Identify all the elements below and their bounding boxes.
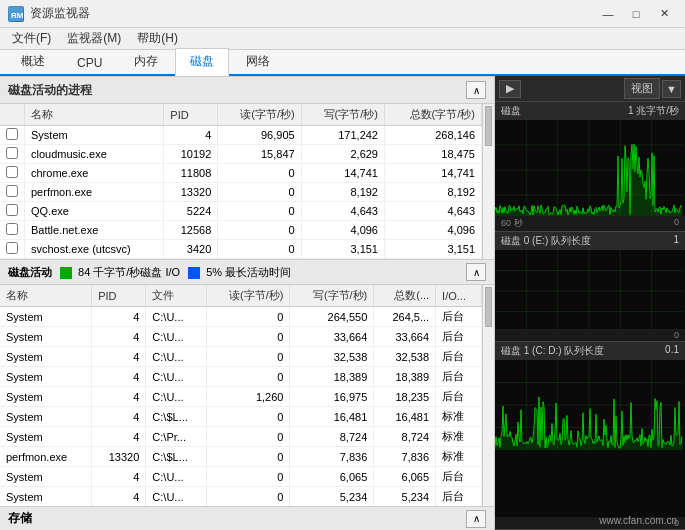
menu-monitor[interactable]: 监视器(M) [59, 28, 129, 49]
row-write: 4,643 [301, 202, 384, 221]
lower-scroll-thumb[interactable] [485, 287, 492, 327]
right-top-bar: ▶ 视图 ▼ [495, 76, 685, 102]
window-title: 资源监视器 [30, 5, 595, 22]
list-item[interactable]: System 4 C:\U... 0 5,234 5,234 后台 [0, 487, 482, 507]
col-write[interactable]: 写(字节/秒) [301, 104, 384, 126]
right-nav-btn[interactable]: ▶ [499, 80, 521, 98]
row-read: 0 [218, 183, 301, 202]
list-item[interactable]: System 4 C:\U... 0 6,065 6,065 后台 [0, 467, 482, 487]
svg-text:RM: RM [11, 11, 23, 20]
table-row[interactable]: cloudmusic.exe 10192 15,847 2,629 18,475 [0, 145, 482, 164]
col-read[interactable]: 读(字节/秒) [218, 104, 301, 126]
row-check[interactable] [0, 126, 25, 145]
row-dname: System [0, 387, 92, 407]
menu-file[interactable]: 文件(F) [4, 28, 59, 49]
table-row[interactable]: perfmon.exe 13320 0 8,192 8,192 [0, 183, 482, 202]
list-item[interactable]: System 4 C:\U... 0 264,550 264,5... 后台 [0, 307, 482, 327]
row-dname: perfmon.exe [0, 447, 92, 467]
disk1-chart-title: 磁盘 1 (C: D:) 队列长度 0.1 [495, 342, 685, 360]
col-dfile[interactable]: 文件 [146, 285, 206, 307]
upper-scroll-thumb[interactable] [485, 106, 492, 146]
upper-collapse-btn[interactable]: ∧ [466, 81, 486, 99]
table-row[interactable]: Battle.net.exe 12568 0 4,096 4,096 [0, 221, 482, 240]
disk-activity-bar: 磁盘活动 84 千字节/秒磁盘 I/O 5% 最长活动时间 ∧ [0, 259, 494, 285]
row-dpid: 4 [92, 367, 146, 387]
menu-help[interactable]: 帮助(H) [129, 28, 186, 49]
disk0-chart-canvas [495, 250, 683, 329]
tab-network[interactable]: 网络 [231, 48, 285, 74]
row-dtotal: 7,836 [374, 447, 436, 467]
row-dpid: 13320 [92, 447, 146, 467]
list-item[interactable]: System 4 C:\U... 0 33,664 33,664 后台 [0, 327, 482, 347]
active-indicator-box [188, 267, 200, 279]
view-dropdown-arrow[interactable]: ▼ [662, 80, 681, 98]
row-dname: System [0, 427, 92, 447]
list-item[interactable]: System 4 C:\Pr... 0 8,724 8,724 标准 [0, 427, 482, 447]
row-dio: 后台 [436, 487, 482, 507]
upper-scrollbar[interactable] [482, 104, 494, 259]
row-total: 14,741 [384, 164, 481, 183]
col-name[interactable]: 名称 [25, 104, 164, 126]
row-dpid: 4 [92, 327, 146, 347]
col-dwrite[interactable]: 写(字节/秒) [290, 285, 374, 307]
row-dpid: 4 [92, 487, 146, 507]
col-dtotal[interactable]: 总数(... [374, 285, 436, 307]
upper-table-wrap: 名称 PID 读(字节/秒) 写(字节/秒) 总数(字节/秒) System 4… [0, 104, 494, 259]
row-check[interactable] [0, 183, 25, 202]
row-check[interactable] [0, 221, 25, 240]
list-item[interactable]: System 4 C:\$L... 0 16,481 16,481 标准 [0, 407, 482, 427]
storage-collapse-btn[interactable]: ∧ [466, 510, 486, 528]
row-write: 8,192 [301, 183, 384, 202]
list-item[interactable]: System 4 C:\U... 1,260 16,975 18,235 后台 [0, 387, 482, 407]
disk-chart-title: 磁盘 1 兆字节/秒 [495, 102, 685, 120]
row-dpid: 4 [92, 307, 146, 327]
row-dread: 0 [206, 487, 290, 507]
maximize-button[interactable]: □ [623, 4, 649, 24]
lower-scrollbar[interactable] [482, 285, 494, 506]
lower-collapse-btn[interactable]: ∧ [466, 263, 486, 281]
row-dname: System [0, 487, 92, 507]
row-check[interactable] [0, 202, 25, 221]
minimize-button[interactable]: — [595, 4, 621, 24]
col-pid[interactable]: PID [164, 104, 218, 126]
row-write: 171,242 [301, 126, 384, 145]
row-check[interactable] [0, 240, 25, 259]
row-check[interactable] [0, 164, 25, 183]
row-dio: 标准 [436, 407, 482, 427]
tab-memory[interactable]: 内存 [119, 48, 173, 74]
row-dtotal: 16,481 [374, 407, 436, 427]
table-row[interactable]: System 4 96,905 171,242 268,146 [0, 126, 482, 145]
col-check[interactable] [0, 104, 25, 126]
row-check[interactable] [0, 145, 25, 164]
disk0-chart-title: 磁盘 0 (E:) 队列长度 1 [495, 232, 685, 250]
table-row[interactable]: chrome.exe 11808 0 14,741 14,741 [0, 164, 482, 183]
lower-table-wrap: 名称 PID 文件 读(字节/秒) 写(字节/秒) 总数(... I/O... … [0, 285, 494, 506]
col-dname[interactable]: 名称 [0, 285, 92, 307]
row-dwrite: 16,481 [290, 407, 374, 427]
list-item[interactable]: perfmon.exe 13320 C:\$L... 0 7,836 7,836… [0, 447, 482, 467]
row-total: 3,151 [384, 240, 481, 259]
col-dread[interactable]: 读(字节/秒) [206, 285, 290, 307]
tab-overview[interactable]: 概述 [6, 48, 60, 74]
disk0-zero-label: 0 [674, 330, 679, 340]
list-item[interactable]: System 4 C:\U... 0 32,538 32,538 后台 [0, 347, 482, 367]
close-button[interactable]: ✕ [651, 4, 677, 24]
view-label[interactable]: 视图 [624, 78, 660, 99]
col-total[interactable]: 总数(字节/秒) [384, 104, 481, 126]
bottom-bar: 存储 ∧ [0, 506, 494, 530]
col-dio[interactable]: I/O... [436, 285, 482, 307]
row-dio: 后台 [436, 347, 482, 367]
row-dfile: C:\U... [146, 387, 206, 407]
row-dpid: 4 [92, 467, 146, 487]
tab-cpu[interactable]: CPU [62, 51, 117, 74]
row-dname: System [0, 407, 92, 427]
row-read: 15,847 [218, 145, 301, 164]
list-item[interactable]: System 4 C:\U... 0 18,389 18,389 后台 [0, 367, 482, 387]
col-dpid[interactable]: PID [92, 285, 146, 307]
disk-time-label: 60 秒 [501, 217, 523, 230]
table-row[interactable]: QQ.exe 5224 0 4,643 4,643 [0, 202, 482, 221]
tab-disk[interactable]: 磁盘 [175, 48, 229, 76]
view-dropdown: 视图 ▼ [624, 78, 681, 99]
disk1-chart-canvas [495, 360, 683, 450]
table-row[interactable]: svchost.exe (utcsvc) 3420 0 3,151 3,151 [0, 240, 482, 259]
